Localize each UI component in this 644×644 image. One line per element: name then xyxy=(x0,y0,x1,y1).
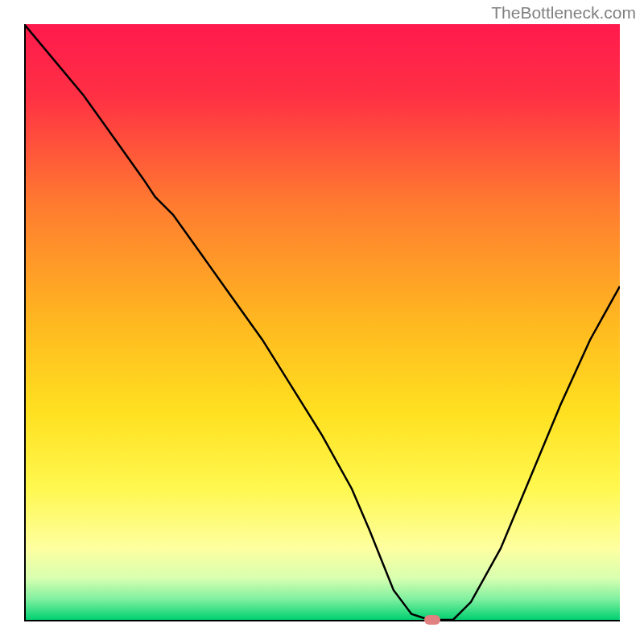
x-axis xyxy=(24,620,620,621)
watermark-text: TheBottleneck.com xyxy=(491,3,636,23)
y-axis xyxy=(24,24,26,620)
plot-area xyxy=(24,24,620,620)
chart-container: TheBottleneck.com xyxy=(0,0,644,644)
bottleneck-curve xyxy=(24,24,620,620)
optimal-marker xyxy=(424,615,440,625)
